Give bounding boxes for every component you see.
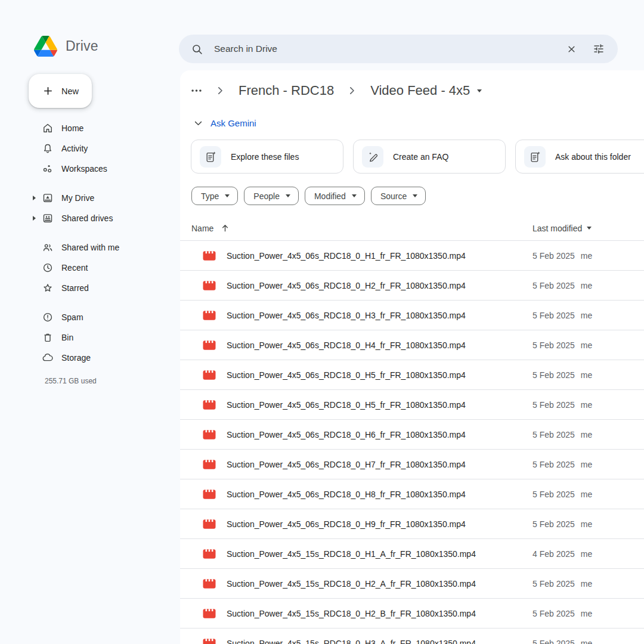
sidebar-item-shared-with-me[interactable]: Shared with me bbox=[0, 237, 180, 258]
file-list: Suction_Power_4x5_06s_RDC18_0_H1_fr_FR_1… bbox=[180, 241, 644, 644]
file-owner: me bbox=[581, 340, 592, 350]
sidebar-item-label: Workspaces bbox=[61, 164, 107, 174]
sidebar-item-recent[interactable]: Recent bbox=[0, 258, 180, 278]
file-modified: 5 Feb 2025 me bbox=[532, 430, 644, 439]
file-modified: 5 Feb 2025 me bbox=[532, 519, 644, 529]
chevron-right-icon bbox=[218, 86, 223, 95]
file-modified-date: 5 Feb 2025 bbox=[532, 400, 575, 410]
pen-sparkle-icon bbox=[362, 146, 383, 168]
file-modified: 5 Feb 2025 me bbox=[532, 579, 644, 589]
file-modified-date: 5 Feb 2025 bbox=[532, 281, 575, 290]
expand-arrow-icon[interactable] bbox=[33, 216, 36, 221]
my-drive-icon bbox=[42, 192, 54, 204]
drive-logo[interactable]: Drive bbox=[34, 36, 98, 57]
sidebar-item-bin[interactable]: Bin bbox=[0, 327, 180, 348]
search-input[interactable] bbox=[214, 44, 566, 54]
dropdown-caret-icon bbox=[286, 194, 290, 197]
column-name-header[interactable]: Name bbox=[191, 224, 230, 233]
sidebar-item-starred[interactable]: Starred bbox=[0, 278, 180, 298]
clock-icon bbox=[42, 262, 54, 274]
file-owner: me bbox=[581, 579, 592, 589]
plus-icon bbox=[42, 85, 54, 97]
breadcrumb-current-folder[interactable]: Video Feed - 4x5 bbox=[370, 83, 482, 98]
file-modified-date: 5 Feb 2025 bbox=[532, 519, 575, 529]
file-row[interactable]: Suction_Power_4x5_06s_RDC18_0_H2_fr_FR_1… bbox=[180, 271, 644, 301]
search-bar[interactable] bbox=[179, 35, 618, 63]
video-file-icon bbox=[203, 429, 216, 440]
suggestion-explore-files[interactable]: Explore these files bbox=[191, 140, 343, 174]
column-last-modified-header[interactable]: Last modified bbox=[532, 224, 644, 233]
sidebar-item-label: Starred bbox=[61, 283, 89, 293]
suggestion-label: Ask about this folder bbox=[555, 152, 631, 162]
ask-gemini-label: Ask Gemini bbox=[210, 118, 256, 128]
file-modified-date: 5 Feb 2025 bbox=[532, 460, 575, 469]
doc-sparkle-icon bbox=[200, 146, 221, 168]
file-owner: me bbox=[581, 490, 592, 499]
file-modified-date: 4 Feb 2025 bbox=[532, 549, 575, 559]
filter-label: Type bbox=[201, 191, 219, 201]
sidebar-item-shared-drives[interactable]: Shared drives bbox=[0, 208, 180, 228]
filter-label: Modified bbox=[314, 191, 346, 201]
new-button-label: New bbox=[61, 86, 79, 96]
table-header: Name Last modified bbox=[180, 216, 644, 241]
breadcrumb-more-button[interactable] bbox=[191, 88, 202, 94]
file-row[interactable]: Suction_Power_4x5_06s_RDC18_0_H4_fr_FR_1… bbox=[180, 330, 644, 360]
sidebar-item-spam[interactable]: Spam bbox=[0, 307, 180, 327]
file-row[interactable]: Suction_Power_4x5_06s_RDC18_0_H5_fr_FR_1… bbox=[180, 390, 644, 420]
file-modified-date: 5 Feb 2025 bbox=[532, 370, 575, 380]
file-row[interactable]: Suction_Power_4x5_15s_RDC18_0_H2_A_fr_FR… bbox=[180, 569, 644, 599]
file-row[interactable]: Suction_Power_4x5_15s_RDC18_0_H1_A_fr_FR… bbox=[180, 539, 644, 569]
spam-icon bbox=[42, 311, 54, 323]
breadcrumb-folder[interactable]: French - RDC18 bbox=[239, 83, 334, 98]
shared-with-me-icon bbox=[42, 242, 54, 253]
sidebar-item-storage[interactable]: Storage bbox=[0, 348, 180, 368]
expand-arrow-icon[interactable] bbox=[33, 196, 36, 200]
sidebar-item-home[interactable]: Home bbox=[0, 118, 180, 138]
filter-type[interactable]: Type bbox=[191, 187, 238, 205]
file-modified-date: 5 Feb 2025 bbox=[532, 251, 575, 261]
file-row[interactable]: Suction_Power_4x5_15s_RDC18_0_H2_B_fr_FR… bbox=[180, 599, 644, 628]
file-row[interactable]: Suction_Power_4x5_15s_RDC18_0_H3_A_fr_FR… bbox=[180, 628, 644, 644]
sidebar-item-workspaces[interactable]: Workspaces bbox=[0, 159, 180, 179]
suggestion-ask-folder[interactable]: Ask about this folder bbox=[515, 140, 644, 174]
file-owner: me bbox=[581, 251, 592, 261]
filter-source[interactable]: Source bbox=[371, 187, 426, 205]
sidebar-item-label: Recent bbox=[61, 263, 88, 273]
file-modified: 5 Feb 2025 me bbox=[532, 490, 644, 499]
file-row[interactable]: Suction_Power_4x5_06s_RDC18_0_H9_fr_FR_1… bbox=[180, 509, 644, 539]
video-file-icon bbox=[203, 489, 216, 500]
sort-ascending-icon bbox=[221, 224, 230, 233]
file-modified: 5 Feb 2025 me bbox=[532, 340, 644, 350]
sidebar-item-label: Shared drives bbox=[61, 213, 113, 223]
suggestion-create-faq[interactable]: Create an FAQ bbox=[353, 140, 506, 174]
filter-people[interactable]: People bbox=[244, 187, 299, 205]
video-file-icon bbox=[203, 519, 216, 530]
file-row[interactable]: Suction_Power_4x5_06s_RDC18_0_H3_fr_FR_1… bbox=[180, 301, 644, 330]
suggestion-label: Explore these files bbox=[231, 152, 299, 162]
magnifier-icon bbox=[191, 43, 203, 55]
file-modified-date: 5 Feb 2025 bbox=[532, 609, 575, 618]
ask-gemini-toggle[interactable]: Ask Gemini bbox=[193, 114, 644, 131]
file-row[interactable]: Suction_Power_4x5_06s_RDC18_0_H1_fr_FR_1… bbox=[180, 241, 644, 271]
file-owner: me bbox=[581, 460, 592, 469]
file-name: Suction_Power_4x5_15s_RDC18_0_H2_B_fr_FR… bbox=[227, 609, 532, 618]
file-row[interactable]: Suction_Power_4x5_06s_RDC18_0_H8_fr_FR_1… bbox=[180, 479, 644, 509]
close-icon[interactable] bbox=[566, 44, 577, 55]
folder-dropdown-icon bbox=[477, 89, 482, 92]
video-file-icon bbox=[203, 370, 216, 380]
video-file-icon bbox=[203, 549, 216, 559]
filter-modified[interactable]: Modified bbox=[305, 187, 365, 205]
cloud-icon bbox=[42, 352, 54, 364]
sidebar-item-my-drive[interactable]: My Drive bbox=[0, 188, 180, 208]
video-file-icon bbox=[203, 638, 216, 644]
file-row[interactable]: Suction_Power_4x5_06s_RDC18_0_H7_fr_FR_1… bbox=[180, 450, 644, 479]
new-button[interactable]: New bbox=[29, 74, 92, 108]
file-name: Suction_Power_4x5_06s_RDC18_0_H1_fr_FR_1… bbox=[227, 251, 532, 261]
video-file-icon bbox=[203, 459, 216, 470]
file-row[interactable]: Suction_Power_4x5_06s_RDC18_0_H6_fr_FR_1… bbox=[180, 420, 644, 450]
sidebar-item-activity[interactable]: Activity bbox=[0, 138, 180, 159]
search-options-icon[interactable] bbox=[593, 43, 605, 55]
file-modified: 5 Feb 2025 me bbox=[532, 400, 644, 410]
file-modified: 5 Feb 2025 me bbox=[532, 281, 644, 290]
file-row[interactable]: Suction_Power_4x5_06s_RDC18_0_H5_fr_FR_1… bbox=[180, 360, 644, 390]
